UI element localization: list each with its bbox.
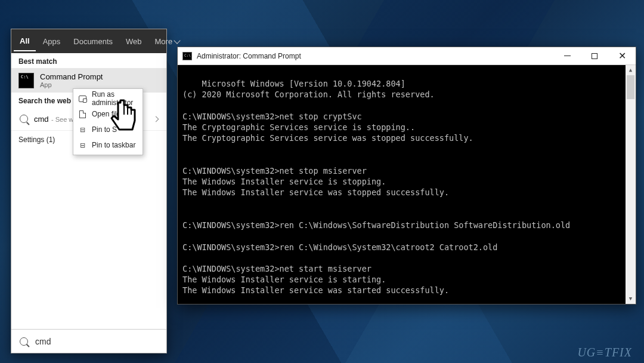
ctx-label: Run as administrator: [92, 90, 138, 107]
search-input-bar[interactable]: [11, 329, 166, 353]
terminal-text: Microsoft Windows [Version 10.0.19042.80…: [182, 79, 570, 304]
ctx-run-as-administrator[interactable]: Run as administrator: [73, 91, 143, 106]
command-prompt-icon: C:\: [18, 73, 34, 88]
pin-icon: ⊟: [78, 141, 87, 150]
search-input[interactable]: [35, 337, 158, 346]
scrollbar-track[interactable]: [626, 75, 636, 294]
ctx-label: Open file: [92, 110, 120, 118]
tab-more-label: More: [155, 37, 173, 46]
search-icon: [20, 115, 28, 123]
ctx-pin-to-taskbar[interactable]: ⊟ Pin to taskbar: [73, 137, 143, 153]
file-icon: [79, 110, 86, 118]
window-title: Administrator: Command Prompt: [197, 52, 301, 60]
vertical-scrollbar[interactable]: ▲ ▼: [626, 65, 636, 304]
tab-apps[interactable]: Apps: [37, 32, 67, 51]
ctx-pin-to-start[interactable]: ⊟ Pin to S: [73, 122, 143, 137]
search-icon: [20, 337, 28, 346]
windows-search-panel: All Apps Documents Web More Best match C…: [11, 29, 167, 353]
scrollbar-thumb[interactable]: [627, 75, 634, 99]
tab-web[interactable]: Web: [120, 32, 148, 51]
pin-icon: ⊟: [78, 125, 87, 134]
chevron-right-icon: [153, 116, 159, 122]
result-subtitle: App: [40, 81, 103, 88]
result-title: Command Prompt: [40, 72, 103, 81]
tab-documents[interactable]: Documents: [67, 32, 119, 51]
maximize-icon: [592, 53, 597, 59]
maximize-button[interactable]: [581, 47, 608, 64]
command-prompt-window: C:\ Administrator: Command Prompt ✕ Micr…: [177, 47, 636, 304]
scroll-down-button[interactable]: ▼: [626, 294, 636, 304]
chevron-down-icon: [174, 37, 180, 44]
web-query-text: cmd: [34, 115, 49, 124]
search-tabs: All Apps Documents Web More: [11, 29, 166, 53]
terminal-output[interactable]: Microsoft Windows [Version 10.0.19042.80…: [178, 65, 636, 304]
shield-icon: [79, 96, 86, 102]
watermark: UG≡TFIX: [577, 346, 632, 359]
command-prompt-icon: C:\: [182, 52, 192, 60]
titlebar[interactable]: C:\ Administrator: Command Prompt ✕: [178, 47, 636, 65]
minimize-button[interactable]: [553, 47, 581, 64]
close-button[interactable]: ✕: [608, 47, 636, 64]
scroll-up-button[interactable]: ▲: [626, 65, 636, 75]
ctx-open-file-location[interactable]: Open file: [73, 106, 143, 122]
minimize-icon: [564, 56, 571, 56]
ctx-label: Pin to S: [92, 125, 117, 134]
ctx-label: Pin to taskbar: [92, 141, 135, 149]
close-icon: ✕: [618, 51, 626, 61]
context-menu: Run as administrator Open file ⊟ Pin to …: [73, 88, 143, 155]
tab-all[interactable]: All: [14, 32, 36, 51]
best-match-label: Best match: [11, 53, 166, 68]
